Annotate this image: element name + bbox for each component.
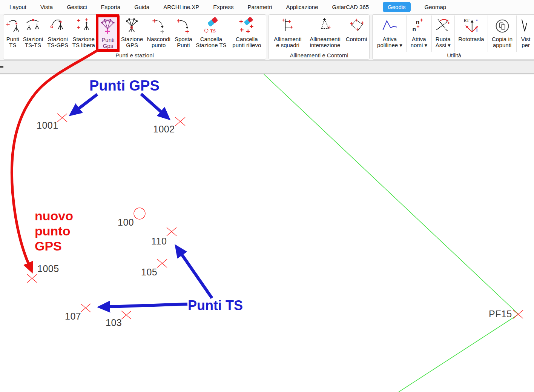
copia-in-appunti-icon <box>494 17 511 36</box>
annotation-punti-ts: Punti TS <box>188 298 243 314</box>
ruota-assi-icon <box>435 17 451 36</box>
button-allinamenti-e-squadri[interactable]: Allinamenti e squadri <box>270 15 306 52</box>
svg-text:RT: RT <box>464 18 470 23</box>
button-stazione-gps[interactable]: Stazione GPS <box>120 15 144 52</box>
button-stazioni-ts-ts[interactable]: Stazioni TS-TS <box>21 15 45 52</box>
point-label-1005: 1005 <box>37 264 59 274</box>
allineamenti-intersezione-icon <box>317 17 333 36</box>
group-title-utilita: Utilità <box>373 52 534 59</box>
menu-item-archlinexp[interactable]: ARCHLine.XP <box>163 4 199 10</box>
menu-bar: Layout Vista Gestisci Esporta Guida ARCH… <box>0 0 534 14</box>
stazioni-ts-gps-icon <box>49 17 66 36</box>
group-title-allineamenti-e-contorni: Allineamenti e Contorni <box>269 52 369 59</box>
button-allineamenti-intersezione[interactable]: Allineamenti intersezione <box>306 15 344 52</box>
attiva-polilinee-icon <box>381 17 398 36</box>
annotation-nuovo-punto-gps: nuovo punto GPS <box>35 208 73 254</box>
button-nascondi-punto[interactable]: Nascondi punto <box>144 15 173 52</box>
point-label-110: 110 <box>151 237 167 246</box>
point-label-1001: 1001 <box>37 121 58 130</box>
menu-item-geomap[interactable]: Geomap <box>425 4 447 10</box>
allinamenti-e-squadri-icon <box>279 17 296 36</box>
annotation-nuovo-line1: nuovo <box>35 208 73 223</box>
point-label-PF15: PF15 <box>489 309 512 319</box>
svg-text:TS: TS <box>210 28 216 34</box>
menu-item-gstarcad365[interactable]: GstarCAD 365 <box>332 4 369 10</box>
menu-item-layout[interactable]: Layout <box>9 4 26 10</box>
menu-item-parametri[interactable]: Parametri <box>247 4 272 10</box>
contorni-icon <box>348 17 365 36</box>
attiva-nomi-icon: n + n + <box>411 17 427 36</box>
punti-ts-icon <box>5 17 21 36</box>
button-sposta-punti[interactable]: Sposta Punti <box>173 15 194 52</box>
group-title-punti-e-stazioni: Punti e stazioni <box>3 52 266 59</box>
menu-item-vista[interactable]: Vista <box>40 4 53 10</box>
menu-item-gestisci[interactable]: Gestisci <box>67 4 87 10</box>
menu-item-express[interactable]: Express <box>213 4 233 10</box>
cancella-stazione-ts-icon: TS <box>203 17 219 36</box>
button-attiva-nomi[interactable]: n + n + Attiva nomi ▾ <box>407 15 432 52</box>
button-rototrasla[interactable]: RT Rototrasla <box>455 15 488 52</box>
ribbon: Punti TS Stazioni TS-TS Stazioni TS-GPS <box>0 14 534 60</box>
stazioni-ts-ts-icon <box>25 17 41 36</box>
svg-text:n: n <box>412 26 416 32</box>
button-vista-partial[interactable]: Vist per <box>517 15 534 52</box>
button-cancella-stazione-ts[interactable]: TS Cancella Stazione TS <box>194 15 228 52</box>
svg-text:+: + <box>416 24 419 30</box>
annotation-nuovo-line3: GPS <box>35 238 73 254</box>
vista-partial-icon <box>520 17 531 36</box>
button-ruota-assi[interactable]: Ruota Assi ▾ <box>432 15 455 52</box>
ribbon-group-allineamenti-e-contorni: Allinamenti e squadri Allineamenti inter… <box>269 14 370 60</box>
drawing-canvas[interactable] <box>0 75 534 392</box>
cancella-punti-rilievo-icon <box>238 17 255 36</box>
menu-item-applicazione[interactable]: Applicazione <box>286 4 318 10</box>
button-contorni[interactable]: Contorni <box>344 15 368 52</box>
button-punti-ts[interactable]: Punti TS <box>4 15 21 52</box>
menu-item-guida[interactable]: Guida <box>134 4 149 10</box>
button-stazione-ts-libera[interactable]: Stazione TS libera <box>71 15 97 52</box>
strip-left-dash <box>0 66 3 68</box>
stazione-gps-icon <box>124 17 140 36</box>
annotation-nuovo-line2: punto <box>35 223 73 238</box>
button-attiva-polilinee[interactable]: Attiva polilinee ▾ <box>373 15 407 52</box>
toolbar-canvas-divider-strip <box>0 60 534 74</box>
ribbon-group-punti-e-stazioni: Punti TS Stazioni TS-TS Stazioni TS-GPS <box>3 14 266 60</box>
annotation-punti-gps: Punti GPS <box>89 78 160 94</box>
button-stazioni-ts-gps[interactable]: Stazioni TS-GPS <box>44 15 71 52</box>
point-label-1002: 1002 <box>153 125 175 134</box>
nascondi-punto-icon <box>150 17 167 36</box>
ribbon-group-utilita: Attiva polilinee ▾ n + n + Attiva nomi ▾… <box>372 14 534 60</box>
point-label-100: 100 <box>118 218 134 227</box>
point-label-107: 107 <box>65 312 81 321</box>
stazione-ts-libera-icon <box>75 17 92 36</box>
menu-item-esporta[interactable]: Esporta <box>101 4 120 10</box>
point-label-105: 105 <box>141 267 157 277</box>
svg-text:+: + <box>420 17 423 23</box>
button-copia-in-appunti[interactable]: Copia in appunti <box>488 15 517 52</box>
button-punti-gps[interactable]: Punti Gps <box>97 15 120 52</box>
rototrasla-icon: RT <box>463 17 479 36</box>
sposta-punti-icon <box>175 17 192 36</box>
menu-item-geodis-active[interactable]: Geodis <box>383 2 411 12</box>
point-label-103: 103 <box>106 318 122 327</box>
punti-gps-icon <box>100 17 116 37</box>
button-cancella-punti-rilievo[interactable]: Cancella punti rilievo <box>229 15 265 52</box>
